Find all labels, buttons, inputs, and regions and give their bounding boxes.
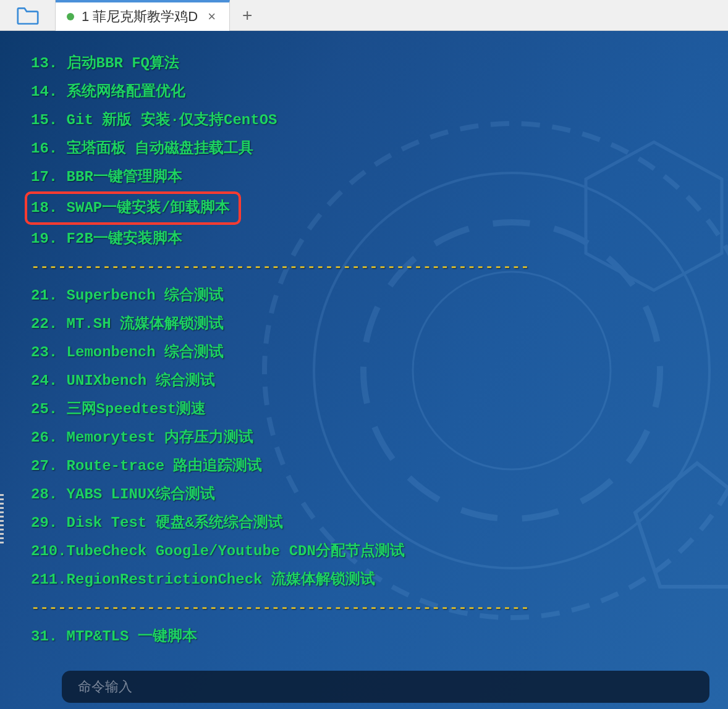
menu-line: 22. MT.SH 流媒体解锁测试 xyxy=(31,310,697,338)
menu-line: 14. 系统网络配置优化 xyxy=(31,78,697,106)
tab-bar: 1 菲尼克斯教学鸡D × + xyxy=(0,0,728,31)
folder-button[interactable] xyxy=(0,0,56,31)
menu-line: 210.TubeCheck Google/Youtube CDN分配节点测试 xyxy=(31,537,697,566)
menu-line: 13. 启动BBR FQ算法 xyxy=(31,49,697,78)
menu-line: 16. 宝塔面板 自动磁盘挂载工具 xyxy=(31,135,697,163)
menu-line: 23. Lemonbench 综合测试 xyxy=(31,338,697,367)
menu-line: 28. YABS LINUX综合测试 xyxy=(31,480,697,509)
menu-line: 29. Disk Test 硬盘&系统综合测试 xyxy=(31,509,697,537)
menu-line: 24. UNIXbench 综合测试 xyxy=(31,367,697,395)
menu-line: 27. Route-trace 路由追踪测试 xyxy=(31,452,697,480)
tab-label: 1 菲尼克斯教学鸡D xyxy=(82,7,198,26)
folder-icon xyxy=(17,6,39,25)
menu-line: 25. 三网Speedtest测速 xyxy=(31,395,697,424)
menu-line: 17. BBR一键管理脚本 xyxy=(31,163,697,191)
menu-line: ----------------------------------------… xyxy=(31,253,697,282)
menu-line: 18. SWAP一键安装/卸载脚本 xyxy=(31,191,697,225)
command-input[interactable]: 命令输入 xyxy=(62,671,709,703)
menu-line: ----------------------------------------… xyxy=(31,594,697,623)
menu-line: 211.RegionRestrictionCheck 流媒体解锁测试 xyxy=(31,566,697,594)
command-input-placeholder: 命令输入 xyxy=(78,678,132,696)
highlighted-menu-item: 18. SWAP一键安装/卸载脚本 xyxy=(25,191,241,225)
close-icon[interactable]: × xyxy=(205,9,218,25)
add-tab-button[interactable]: + xyxy=(230,6,265,25)
terminal[interactable]: 13. 启动BBR FQ算法14. 系统网络配置优化15. Git 新版 安装·… xyxy=(0,31,728,709)
menu-line: 15. Git 新版 安装·仅支持CentOS xyxy=(31,106,697,135)
menu-line: 31. MTP&TLS 一键脚本 xyxy=(31,623,697,651)
tab-active[interactable]: 1 菲尼克斯教学鸡D × xyxy=(56,0,230,31)
tab-status-dot-icon xyxy=(67,13,74,20)
menu-line: 26. Memorytest 内存压力测试 xyxy=(31,424,697,452)
menu-line: 19. F2B一键安装脚本 xyxy=(31,225,697,253)
terminal-content: 13. 启动BBR FQ算法14. 系统网络配置优化15. Git 新版 安装·… xyxy=(0,31,728,669)
menu-line: 21. Superbench 综合测试 xyxy=(31,282,697,310)
